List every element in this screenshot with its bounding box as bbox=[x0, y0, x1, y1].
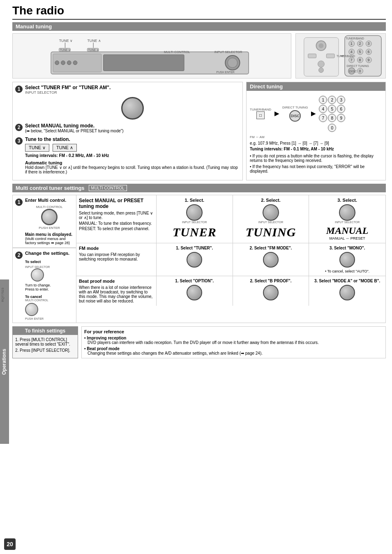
fm-step-3-label: 3. Select "MONO". bbox=[311, 246, 383, 250]
beat-proof-selects: 1. Select "OPTION". 2. Select "B PROOF".… bbox=[157, 276, 385, 306]
tune-down-btn[interactable]: TUNE ∨ bbox=[25, 144, 49, 152]
multi-step-2-box: 2 Change the settings. To select INPUT S… bbox=[13, 248, 76, 323]
step-1-title: Select "TUNER FM" or "TUNER AM". bbox=[25, 85, 240, 90]
direct-intervals: Tuning intervals: FM - 0.1 MHz, AM - 10 … bbox=[250, 147, 382, 151]
main-menu-label: Main menu is displayed. bbox=[25, 232, 74, 237]
multi-step-2-content: Change the settings. To select INPUT SEL… bbox=[25, 251, 69, 320]
beat-step-3-knob[interactable] bbox=[339, 285, 355, 300]
to-select-knob[interactable] bbox=[31, 268, 44, 282]
svg-point-7 bbox=[228, 58, 238, 68]
multi-control-knob-1[interactable] bbox=[41, 209, 58, 225]
fm-step-2-label: 2. Select "FM MODE". bbox=[235, 246, 307, 250]
direct-tuning-content: TUNER/BAND □ ▶ DIRECT TUNING DISC ▶ bbox=[247, 91, 385, 177]
svg-point-50 bbox=[318, 61, 325, 67]
tuner-band-btn[interactable]: □ bbox=[256, 111, 265, 119]
ref-subtitle-2: • Beat proof mode bbox=[84, 346, 383, 351]
step-2-row: 2 Select MANUAL tuning mode. (➡ below, "… bbox=[15, 123, 240, 133]
num-btn-6[interactable]: 6 bbox=[337, 105, 345, 113]
input-selector-knob-1[interactable] bbox=[121, 97, 144, 120]
select-1-display: TUNER bbox=[159, 225, 230, 239]
arrow-2: ▶ bbox=[311, 110, 316, 117]
beat-step-3-label: 3. Select "MODE A" or "MODE B". bbox=[311, 279, 383, 283]
fm-mode-selects: 1. Select "TUNER". 2. Select "FM MODE". … bbox=[157, 243, 385, 276]
svg-text:TUNER/BAND: TUNER/BAND bbox=[337, 55, 355, 58]
step-1-row: 1 Select "TUNER FM" or "TUNER AM". INPUT… bbox=[15, 85, 240, 120]
rqt-label: RQT7523 bbox=[1, 288, 5, 302]
arrow-1: ▶ bbox=[274, 110, 279, 117]
num-btn-1[interactable]: 1 bbox=[319, 96, 327, 104]
num-btn-2[interactable]: 2 bbox=[328, 96, 336, 104]
num-btn-8[interactable]: 8 bbox=[328, 114, 336, 122]
num-btn-0[interactable]: 0 bbox=[328, 124, 336, 132]
to-cancel-knob[interactable] bbox=[25, 303, 38, 316]
step-2-number: 2 bbox=[15, 124, 23, 131]
direct-note-1: • If you do not press a button while the… bbox=[250, 154, 382, 163]
multi-control-section: Multi control tuner settings MULTI CONTR… bbox=[12, 184, 386, 323]
beat-proof-text: When there is a lot of noise interferenc… bbox=[79, 285, 154, 303]
svg-point-14 bbox=[67, 61, 71, 65]
push-enter-label-1: PUSH ENTER bbox=[25, 226, 74, 230]
svg-text:TUNE ∧: TUNE ∧ bbox=[87, 39, 101, 43]
direct-tuning-row: TUNER/BAND □ ▶ DIRECT TUNING DISC ▶ bbox=[250, 94, 382, 133]
select-2-knob[interactable] bbox=[263, 204, 279, 221]
multi-step-2-title: Change the settings. bbox=[25, 251, 69, 256]
step-1-content: Select "TUNER FM" or "TUNER AM". INPUT S… bbox=[25, 85, 240, 120]
multi-step-1-box: 1 Enter Multi control. MULTI CONTROL PUS… bbox=[13, 195, 76, 248]
fm-step-3-knob[interactable] bbox=[339, 252, 355, 268]
page-number: 20 bbox=[4, 538, 16, 550]
multi-control-label-1: MULTI CONTROL bbox=[25, 205, 74, 209]
step-3-number: 3 bbox=[15, 137, 23, 145]
num-btn-4[interactable]: 4 bbox=[319, 105, 327, 113]
fm-step-2-knob[interactable] bbox=[263, 252, 279, 268]
svg-rect-48 bbox=[308, 54, 316, 58]
multi-right-col: Select MANUAL or PRESET tuning mode Sele… bbox=[76, 195, 385, 323]
num-btn-3[interactable]: 3 bbox=[337, 96, 345, 104]
step-3-row: 3 Tune to the station. TUNE ∨ TUNE ∧ Tun… bbox=[15, 136, 240, 174]
auto-tuning-title: Automatic tuning bbox=[25, 160, 240, 165]
direct-notes: • If you do not press a button while the… bbox=[250, 154, 382, 173]
finish-header: To finish settings bbox=[13, 327, 78, 335]
device-images-row: TUNE ∨ TUNE ∧ MULTI CONTROL INPUT SELECT… bbox=[12, 33, 386, 78]
beat-step-1-knob[interactable] bbox=[187, 285, 202, 300]
auto-tuning: Automatic tuning Hold down [TUNE ∨ or ∧]… bbox=[25, 160, 240, 174]
multi-grid: 1 Enter Multi control. MULTI CONTROL PUS… bbox=[12, 195, 386, 323]
svg-text:MULTI CONTROL: MULTI CONTROL bbox=[164, 50, 190, 54]
manual-steps-box: 1 Select "TUNER FM" or "TUNER AM". INPUT… bbox=[12, 82, 243, 180]
svg-point-47 bbox=[318, 43, 323, 48]
fm-step-2: 2. Select "FM MODE". bbox=[233, 243, 309, 276]
num-btn-7[interactable]: 7 bbox=[319, 114, 327, 122]
page-title: The radio bbox=[12, 4, 386, 20]
select-1-knob[interactable] bbox=[186, 204, 203, 221]
num-btn-9[interactable]: 9 bbox=[337, 114, 345, 122]
svg-rect-11 bbox=[104, 55, 184, 71]
select-2-label: 2. Select. bbox=[235, 198, 307, 203]
multi-control-cancel-label: MULTI CONTROL bbox=[25, 299, 69, 302]
num-pad: 1 2 3 4 5 6 7 8 9 0 bbox=[319, 94, 345, 133]
svg-text:9: 9 bbox=[367, 58, 369, 62]
svg-text:2: 2 bbox=[359, 42, 361, 46]
device-left-image: TUNE ∨ TUNE ∧ MULTI CONTROL INPUT SELECT… bbox=[12, 33, 291, 78]
tune-up-btn[interactable]: TUNE ∧ bbox=[53, 144, 77, 152]
manual-preset-desc1: Select tuning mode, then press [TUNE ∨ o… bbox=[79, 211, 154, 220]
fm-step-1-label: 1. Select "TUNER". bbox=[159, 246, 230, 250]
select-3-knob[interactable] bbox=[339, 204, 355, 221]
step-1-number: 1 bbox=[15, 85, 23, 93]
num-btn-5[interactable]: 5 bbox=[328, 105, 336, 113]
select-col-3: 3. Select. INPUT SELECTOR MANUAL MANUAL … bbox=[309, 195, 385, 243]
fm-step-1: 1. Select "TUNER". bbox=[157, 243, 233, 276]
svg-text:TUNE ∨: TUNE ∨ bbox=[59, 39, 73, 43]
main-menu-sub: (Multi control menus and factory setting… bbox=[25, 237, 74, 245]
disc-btn[interactable]: DISC bbox=[289, 110, 301, 122]
direct-tuning-label: DIRECT TUNING bbox=[282, 106, 308, 109]
beat-proof-row: Beat proof mode When there is a lot of n… bbox=[76, 276, 385, 306]
beat-step-2-knob[interactable] bbox=[263, 285, 279, 300]
manual-preset-sub: MANUAL ↔ PRESET bbox=[311, 236, 383, 240]
tuner-band-label: TUNER/BAND bbox=[250, 108, 271, 111]
finish-content: 1. Press [MULTI CONTROL] several times t… bbox=[13, 335, 78, 355]
fm-step-1-knob[interactable] bbox=[187, 252, 202, 268]
step-1-sub: INPUT SELECTOR bbox=[25, 90, 240, 95]
reference-title: For your reference bbox=[84, 329, 383, 334]
turn-to-change: Turn to change. bbox=[25, 283, 69, 287]
svg-text:DISC: DISC bbox=[349, 69, 357, 73]
disc-label: DISC bbox=[291, 114, 300, 118]
